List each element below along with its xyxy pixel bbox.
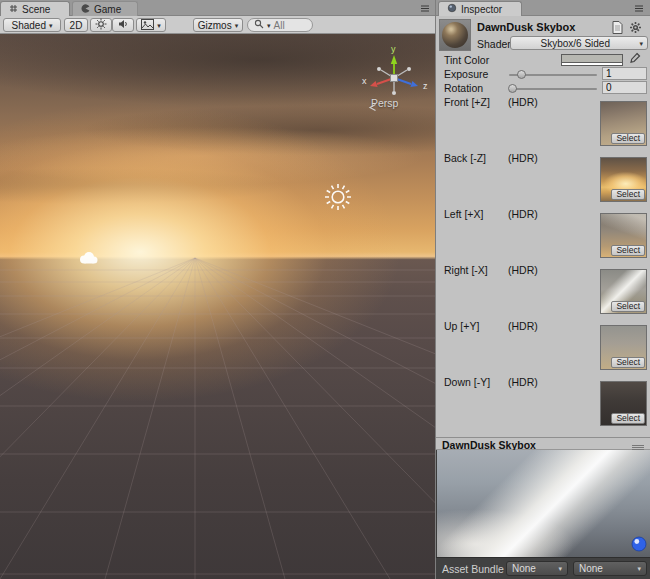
exposure-label: Exposure [444, 68, 488, 80]
cloud-gizmo-icon[interactable] [78, 251, 100, 265]
hdr-badge: (HDR) [508, 264, 538, 276]
asset-bundle-variant-value: None [579, 563, 603, 574]
texture-label: Up [+Y] [444, 320, 479, 332]
texture-thumbnail-back[interactable]: Select [600, 157, 647, 202]
image-icon [141, 19, 154, 32]
scene-search-input[interactable]: ▾ All [247, 18, 313, 32]
rotation-slider[interactable] [509, 88, 597, 90]
unity-editor-window: Scene Game Shaded ▾ 2D [0, 0, 650, 579]
rotation-label: Rotation [444, 82, 483, 94]
inspector-icon [447, 3, 457, 15]
scene-tabbar: Scene Game [0, 0, 435, 16]
gizmos-dropdown[interactable]: Gizmos ▾ [193, 18, 243, 32]
inspector-menu-icon[interactable] [634, 3, 644, 15]
material-preview-panel: DawnDusk Skybox Asset Bundle None [436, 437, 650, 579]
tab-game[interactable]: Game [72, 1, 138, 16]
material-preview-thumbnail[interactable] [439, 19, 471, 51]
axis-neg-icon[interactable] [392, 91, 396, 95]
axis-x-label: x [362, 76, 367, 86]
axis-z-label: z [423, 81, 428, 91]
shaded-dropdown[interactable]: Shaded ▾ [3, 18, 61, 32]
hdr-badge: (HDR) [508, 96, 538, 108]
inspector-tabbar: Inspector [436, 0, 650, 16]
texture-thumbnail-down[interactable]: Select [600, 381, 647, 426]
ground-grid [0, 34, 435, 579]
chevron-down-icon: ▾ [267, 22, 271, 29]
gizmos-dropdown-label: Gizmos [198, 20, 232, 31]
preview-header[interactable]: DawnDusk Skybox [436, 437, 650, 450]
asset-bundle-variant-dropdown[interactable]: None ▾ [573, 561, 647, 576]
directional-light-gizmo-icon[interactable] [318, 177, 358, 217]
exposure-slider[interactable] [509, 74, 597, 76]
texture-thumbnail-right[interactable]: Select [600, 269, 647, 314]
tab-scene[interactable]: Scene [0, 1, 70, 16]
2d-toggle-label: 2D [70, 20, 83, 31]
axis-y-label: y [391, 44, 396, 54]
rotation-slider-thumb[interactable] [508, 84, 517, 93]
audio-toggle-button[interactable] [112, 18, 134, 32]
2d-toggle-button[interactable]: 2D [64, 18, 88, 32]
chevron-down-icon: ▾ [157, 22, 161, 29]
gizmo-center-cube[interactable] [391, 75, 398, 82]
texture-slot-down: Down [-Y] (HDR) Select [436, 376, 650, 428]
shader-dropdown-value: Skybox/6 Sided [515, 38, 635, 49]
persp-toggle[interactable]: Persp [368, 97, 398, 109]
select-texture-button[interactable]: Select [611, 357, 645, 368]
inspector-panel: Inspector DawnDusk Skybox Shader Skybox/… [435, 0, 650, 579]
chevron-down-icon: ▾ [558, 565, 562, 572]
gear-icon[interactable] [629, 21, 642, 36]
select-texture-button[interactable]: Select [611, 133, 645, 144]
axis-neg-icon[interactable] [377, 67, 381, 71]
sun-icon [95, 18, 107, 32]
scene-menu-icon[interactable] [420, 3, 430, 15]
select-texture-button[interactable]: Select [611, 245, 645, 256]
hdr-badge: (HDR) [508, 208, 538, 220]
asset-bundle-label: Asset Bundle [442, 563, 504, 575]
select-texture-button[interactable]: Select [611, 413, 645, 424]
rotation-field[interactable] [602, 81, 647, 94]
scene-panel: Scene Game Shaded ▾ 2D [0, 0, 435, 579]
texture-slot-left: Left [+X] (HDR) Select [436, 208, 650, 260]
axis-z-cone[interactable] [410, 81, 418, 87]
game-icon [81, 4, 90, 15]
texture-label: Down [-Y] [444, 376, 490, 388]
shader-label: Shader [477, 38, 511, 50]
tab-game-label: Game [94, 4, 121, 15]
texture-slot-right: Right [-X] (HDR) Select [436, 264, 650, 316]
asset-bundle-bar: Asset Bundle None ▾ None ▾ [436, 557, 650, 579]
inspector-body: DawnDusk Skybox Shader Skybox/6 Sided ▾ … [436, 16, 650, 437]
texture-thumbnail-up[interactable]: Select [600, 325, 647, 370]
tab-inspector[interactable]: Inspector [438, 1, 522, 16]
chevron-down-icon: ▾ [637, 565, 641, 572]
texture-thumbnail-left[interactable]: Select [600, 213, 647, 258]
asset-bundle-dropdown[interactable]: None ▾ [506, 561, 568, 576]
texture-slot-up: Up [+Y] (HDR) Select [436, 320, 650, 372]
eyedropper-icon[interactable] [629, 52, 641, 67]
material-sphere-icon [442, 22, 468, 48]
texture-slot-back: Back [-Z] (HDR) Select [436, 152, 650, 204]
axis-y-cone[interactable] [391, 55, 397, 64]
tab-scene-label: Scene [22, 4, 50, 15]
docs-icon[interactable] [612, 21, 623, 36]
shader-dropdown[interactable]: Skybox/6 Sided ▾ [510, 36, 648, 50]
hdr-badge: (HDR) [508, 152, 538, 164]
skybox-preview-image[interactable] [437, 450, 650, 557]
exposure-slider-thumb[interactable] [517, 70, 526, 79]
axis-x-cone[interactable] [370, 81, 378, 87]
chevron-down-icon: ▾ [639, 40, 643, 47]
tint-color-swatch[interactable] [561, 54, 623, 66]
material-name: DawnDusk Skybox [477, 21, 575, 33]
hdr-badge: (HDR) [508, 320, 538, 332]
tint-color-label: Tint Color [444, 54, 489, 66]
texture-label: Back [-Z] [444, 152, 486, 164]
effects-dropdown[interactable]: ▾ [136, 18, 166, 32]
preview-badge-icon[interactable] [631, 536, 647, 554]
select-texture-button[interactable]: Select [611, 189, 645, 200]
axis-neg-icon[interactable] [407, 67, 411, 71]
scene-viewport[interactable]: y x z Persp [0, 34, 435, 579]
select-texture-button[interactable]: Select [611, 301, 645, 312]
lighting-toggle-button[interactable] [90, 18, 112, 32]
exposure-field[interactable] [602, 67, 647, 80]
tint-color-alpha-bar [562, 62, 622, 65]
texture-thumbnail-front[interactable]: Select [600, 101, 647, 146]
